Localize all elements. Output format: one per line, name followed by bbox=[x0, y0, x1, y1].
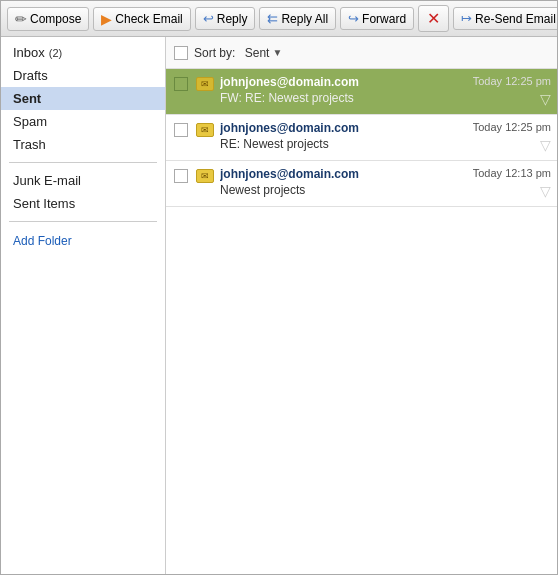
forward-label: Forward bbox=[362, 12, 406, 26]
reply-all-label: Reply All bbox=[281, 12, 328, 26]
row-sender: johnjones@domain.com bbox=[220, 121, 461, 135]
trash-label: Trash bbox=[13, 137, 46, 152]
compose-label: Compose bbox=[30, 12, 81, 26]
email-row[interactable]: ✉ johnjones@domain.com RE: Newest projec… bbox=[166, 115, 557, 161]
sidebar-item-trash[interactable]: Trash bbox=[1, 133, 165, 156]
forward-icon: ↪ bbox=[348, 11, 359, 26]
row-flag[interactable]: ▽ bbox=[540, 183, 551, 199]
row-sender: johnjones@domain.com bbox=[220, 75, 461, 89]
row-icon-col: ✉ bbox=[194, 115, 218, 160]
sort-dropdown-icon[interactable]: ▼ bbox=[272, 47, 282, 58]
check-email-icon: ▶ bbox=[101, 11, 112, 27]
sort-value: Sent bbox=[245, 46, 270, 60]
delete-icon: ✕ bbox=[427, 9, 440, 28]
row-time-col: Today 12:25 pm ▽ bbox=[467, 69, 557, 114]
sidebar: Inbox (2) Drafts Sent Spam Trash Junk E-… bbox=[1, 37, 166, 575]
sidebar-item-inbox[interactable]: Inbox (2) bbox=[1, 41, 165, 64]
row-checkbox-col bbox=[166, 115, 194, 160]
spam-label: Spam bbox=[13, 114, 47, 129]
row-time: Today 12:25 pm bbox=[473, 75, 551, 87]
select-all-checkbox[interactable] bbox=[174, 46, 188, 60]
sidebar-divider-1 bbox=[9, 162, 157, 163]
row-content: johnjones@domain.com Newest projects bbox=[218, 161, 467, 206]
row-checkbox[interactable] bbox=[174, 123, 188, 137]
sidebar-item-junk[interactable]: Junk E-mail bbox=[1, 169, 165, 192]
junk-label: Junk E-mail bbox=[13, 173, 81, 188]
row-content: johnjones@domain.com RE: Newest projects bbox=[218, 115, 467, 160]
compose-button[interactable]: ✏ Compose bbox=[7, 7, 89, 31]
sent-label: Sent bbox=[13, 91, 41, 106]
row-sender: johnjones@domain.com bbox=[220, 167, 461, 181]
resend-button[interactable]: ↦ Re-Send Email bbox=[453, 7, 558, 30]
sidebar-item-sent-items[interactable]: Sent Items bbox=[1, 192, 165, 215]
inbox-badge: (2) bbox=[49, 47, 62, 59]
email-rows-container: ✉ johnjones@domain.com FW: RE: Newest pr… bbox=[166, 69, 557, 207]
row-subject: RE: Newest projects bbox=[220, 137, 461, 151]
main-layout: Inbox (2) Drafts Sent Spam Trash Junk E-… bbox=[1, 37, 557, 575]
row-time: Today 12:13 pm bbox=[473, 167, 551, 179]
reply-all-icon: ⇇ bbox=[267, 11, 278, 26]
row-flag[interactable]: ▽ bbox=[540, 91, 551, 107]
row-content: johnjones@domain.com FW: RE: Newest proj… bbox=[218, 69, 467, 114]
check-email-label: Check Email bbox=[115, 12, 182, 26]
sort-bar: Sort by: Sent ▼ bbox=[166, 37, 557, 69]
inbox-label: Inbox bbox=[13, 45, 45, 60]
sent-items-label: Sent Items bbox=[13, 196, 75, 211]
resend-icon: ↦ bbox=[461, 11, 472, 26]
email-icon: ✉ bbox=[196, 169, 214, 183]
reply-button[interactable]: ↩ Reply bbox=[195, 7, 256, 30]
reply-icon: ↩ bbox=[203, 11, 214, 26]
row-checkbox-col bbox=[166, 161, 194, 206]
sort-by-text: Sort by: bbox=[194, 46, 235, 60]
row-checkbox[interactable] bbox=[174, 169, 188, 183]
add-folder-label: Add Folder bbox=[13, 234, 72, 248]
sidebar-item-drafts[interactable]: Drafts bbox=[1, 64, 165, 87]
email-icon: ✉ bbox=[196, 123, 214, 137]
row-time-col: Today 12:13 pm ▽ bbox=[467, 161, 557, 206]
check-email-button[interactable]: ▶ Check Email bbox=[93, 7, 190, 31]
sort-label[interactable]: Sort by: Sent ▼ bbox=[194, 46, 282, 60]
row-subject: Newest projects bbox=[220, 183, 461, 197]
resend-label: Re-Send Email bbox=[475, 12, 556, 26]
email-icon: ✉ bbox=[196, 77, 214, 91]
row-time-col: Today 12:25 pm ▽ bbox=[467, 115, 557, 160]
row-time: Today 12:25 pm bbox=[473, 121, 551, 133]
row-flag[interactable]: ▽ bbox=[540, 137, 551, 153]
sidebar-divider-2 bbox=[9, 221, 157, 222]
row-checkbox[interactable] bbox=[174, 77, 188, 91]
row-subject: FW: RE: Newest projects bbox=[220, 91, 461, 105]
sidebar-item-spam[interactable]: Spam bbox=[1, 110, 165, 133]
row-icon-col: ✉ bbox=[194, 161, 218, 206]
email-row[interactable]: ✉ johnjones@domain.com FW: RE: Newest pr… bbox=[166, 69, 557, 115]
forward-button[interactable]: ↪ Forward bbox=[340, 7, 414, 30]
sidebar-item-sent[interactable]: Sent bbox=[1, 87, 165, 110]
compose-icon: ✏ bbox=[15, 11, 27, 27]
reply-all-button[interactable]: ⇇ Reply All bbox=[259, 7, 336, 30]
row-icon-col: ✉ bbox=[194, 69, 218, 114]
email-list: Sort by: Sent ▼ ✉ johnjones@domain.com F… bbox=[166, 37, 557, 575]
add-folder-button[interactable]: Add Folder bbox=[1, 228, 165, 254]
row-checkbox-col bbox=[166, 69, 194, 114]
toolbar: ✏ Compose ▶ Check Email ↩ Reply ⇇ Reply … bbox=[1, 1, 557, 37]
reply-label: Reply bbox=[217, 12, 248, 26]
email-row[interactable]: ✉ johnjones@domain.com Newest projects T… bbox=[166, 161, 557, 207]
drafts-label: Drafts bbox=[13, 68, 48, 83]
delete-button[interactable]: ✕ bbox=[418, 5, 449, 32]
